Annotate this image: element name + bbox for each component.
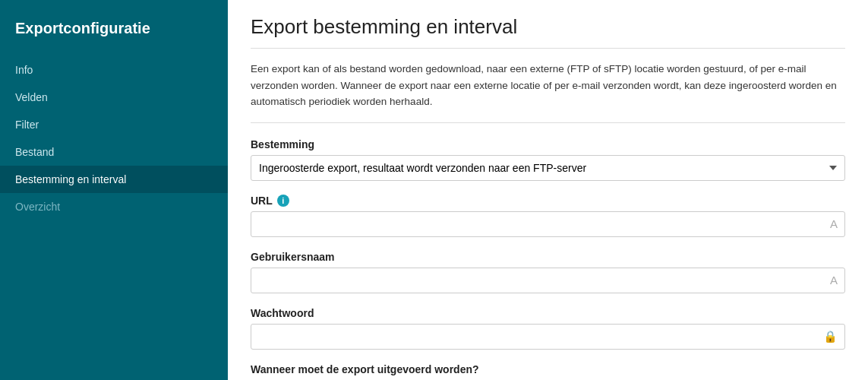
- sidebar-item-overzicht: Overzicht: [0, 193, 228, 220]
- schedule-question: Wanneer moet de export uitgevoerd worden…: [251, 363, 845, 375]
- bestemming-label: Bestemming: [251, 138, 845, 150]
- url-input-wrapper: A: [251, 211, 845, 237]
- main-content: Export bestemming en interval Een export…: [228, 0, 868, 380]
- sidebar-nav: InfoVeldenFilterBestandBestemming en int…: [0, 56, 228, 220]
- url-section: URL i A: [251, 195, 845, 237]
- gebruikersnaam-input[interactable]: [251, 268, 845, 293]
- url-info-icon[interactable]: i: [277, 195, 289, 207]
- gebruikersnaam-label: Gebruikersnaam: [251, 251, 845, 263]
- sidebar-item-bestemming[interactable]: Bestemming en interval: [0, 166, 228, 193]
- sidebar-title: Exportconfiguratie: [0, 0, 228, 53]
- wachtwoord-input-wrapper: 🔒: [251, 324, 845, 350]
- sidebar-item-bestand[interactable]: Bestand: [0, 138, 228, 166]
- sidebar-item-filter[interactable]: Filter: [0, 111, 228, 138]
- url-label: URL i: [251, 195, 845, 207]
- gebruikersnaam-section: Gebruikersnaam A: [251, 251, 845, 293]
- sidebar: Exportconfiguratie InfoVeldenFilterBesta…: [0, 0, 228, 380]
- wachtwoord-section: Wachtwoord 🔒: [251, 307, 845, 350]
- url-input[interactable]: [251, 211, 845, 237]
- schedule-section: Wanneer moet de export uitgevoerd worden…: [251, 363, 845, 380]
- wachtwoord-label: Wachtwoord: [251, 307, 845, 319]
- sidebar-item-velden[interactable]: Velden: [0, 84, 228, 111]
- sidebar-item-info[interactable]: Info: [0, 56, 228, 84]
- gebruikersnaam-input-wrapper: A: [251, 268, 845, 293]
- page-description: Een export kan of als bestand worden ged…: [251, 61, 845, 123]
- bestemming-select[interactable]: Ingeroosterde export, resultaat wordt ve…: [251, 155, 845, 181]
- wachtwoord-input[interactable]: [251, 324, 845, 350]
- page-title: Export bestemming en interval: [251, 15, 845, 49]
- bestemming-section: Bestemming Ingeroosterde export, resulta…: [251, 138, 845, 181]
